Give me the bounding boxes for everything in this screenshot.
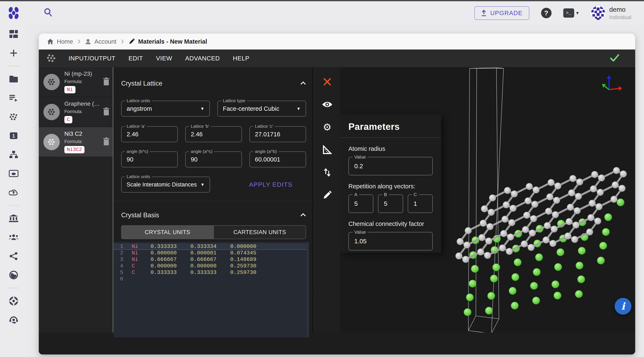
delete-material-button[interactable] [103, 77, 110, 87]
molecule-dots-icon [46, 54, 56, 63]
page-title: Materials - New Material [138, 38, 207, 45]
lattice-b-input[interactable]: Lattice 'b' 2.46 [185, 126, 242, 142]
sidebar-item-support[interactable] [9, 315, 18, 325]
atomic-radius-input[interactable]: Value 0.2 [348, 157, 433, 175]
settings-button[interactable]: ⚙ [321, 121, 334, 133]
repetition-b-input[interactable]: B 5 [378, 194, 403, 213]
wheel-icon [9, 297, 18, 305]
sidebar-item-jobs[interactable] [9, 93, 18, 103]
lattice-type-select[interactable]: Lattice type Face-centered Cubic ▼ [218, 101, 306, 117]
material-info: Ni (mp-23) Formula: Ni [64, 71, 103, 93]
sidebar-item-looks-one[interactable]: 1 [9, 131, 18, 141]
visibility-button[interactable] [321, 98, 334, 111]
save-status-check[interactable] [610, 54, 628, 63]
breadcrumb-account[interactable]: Account [85, 38, 116, 45]
sidebar-item-team[interactable] [9, 232, 18, 242]
sidebar-item-dashboard[interactable] [9, 29, 18, 39]
help-button[interactable]: ? [541, 8, 552, 18]
user-menu[interactable]: demo Individual [591, 6, 632, 20]
sidebar-item-help-center[interactable] [9, 296, 18, 306]
support-agent-icon [9, 316, 18, 324]
sidebar-item-workflows[interactable] [9, 150, 18, 159]
sidebar-item-files[interactable] [9, 74, 18, 84]
edit-structure-button[interactable] [321, 189, 334, 201]
angle-ac-input[interactable]: angle (a^c) 90 [185, 151, 242, 167]
sidebar-item-share[interactable] [9, 251, 18, 261]
swap-axes-button[interactable] [321, 166, 334, 179]
menu-help[interactable]: HELP [233, 55, 250, 62]
lattice-units-select[interactable]: Lattice units angstrom ▼ [121, 101, 210, 117]
dropdown-caret-icon: ▼ [200, 106, 204, 111]
delete-material-button[interactable] [103, 107, 110, 117]
chevron-right-icon [78, 39, 80, 44]
repetition-a-input[interactable]: A 5 [348, 194, 373, 213]
angle-bc-label: angle (b^c) [125, 149, 150, 154]
rail-divider [8, 205, 20, 206]
measure-button[interactable] [321, 143, 334, 156]
sidebar-item-organization[interactable] [9, 214, 18, 223]
angle-ab-input[interactable]: angle (a^b) 60.00001 [250, 151, 306, 167]
sidebar-item-materials[interactable] [9, 112, 18, 122]
carbon-bonds [459, 171, 623, 259]
collapse-lattice-button[interactable] [300, 81, 306, 86]
editor-line: 4C 0.0000000.0000000.259730 [114, 263, 307, 269]
delete-material-button[interactable] [103, 137, 110, 147]
lattice-b-value: 2.46 [191, 131, 202, 138]
top-bar: UPGRADE ? >_ ▼ [0, 1, 644, 25]
brand-logo[interactable] [0, 7, 27, 19]
upload-icon [481, 10, 486, 16]
menu-edit[interactable]: EDIT [128, 55, 143, 62]
info-button[interactable]: i [615, 298, 632, 315]
repetition-c-input[interactable]: C 1 [408, 194, 433, 213]
panel-divider[interactable] [312, 67, 314, 332]
upgrade-button[interactable]: UPGRADE [474, 6, 529, 20]
search-button[interactable] [43, 7, 54, 19]
tab-cartesian-units[interactable]: CARTESIAN UNITS [214, 226, 306, 239]
lattice-c-input[interactable]: Lattice 'c' 27.01716 [250, 126, 306, 142]
eye-icon [322, 101, 333, 108]
repetition-label: Repetition along vectors: [348, 183, 433, 190]
rep-c-label: C [412, 192, 419, 197]
angle-ac-label: angle (a^c) [189, 149, 214, 154]
content-row: Ni (mp-23) Formula: Ni [39, 67, 635, 332]
material-item-selected[interactable]: Ni3 C2 Formula: Ni3C2 [39, 127, 114, 157]
apply-edits-button[interactable]: APPLY EDITS [249, 181, 292, 188]
editor-menubar: INPUT/OUTPUT EDIT VIEW ADVANCED HELP [39, 50, 635, 67]
scale-units-value: Scale Interatomic Distances [126, 181, 197, 188]
menu-advanced[interactable]: ADVANCED [185, 55, 220, 62]
close-viewer-button[interactable] [321, 76, 334, 88]
chevron-right-icon [121, 39, 124, 44]
lattice-a-input[interactable]: Lattice 'a' 2.46 [121, 126, 178, 142]
rep-c-value: 1 [414, 200, 417, 207]
brand-logo-icon [7, 7, 20, 19]
breadcrumb-home[interactable]: Home [47, 38, 73, 45]
structure-viewer-3d[interactable]: Parameters Atomic radius Value 0.2 Repet… [340, 67, 635, 332]
sidebar-item-cloud-upload[interactable] [9, 188, 18, 197]
material-item[interactable]: Ni (mp-23) Formula: Ni [39, 67, 114, 97]
material-formula-label: Formula: [64, 79, 103, 84]
collapse-basis-button[interactable] [300, 213, 306, 217]
rep-a-value: 5 [354, 200, 358, 207]
angle-bc-input[interactable]: angle (b^c) 90 [121, 151, 178, 167]
rep-b-label: B [382, 192, 389, 197]
parameters-divider [340, 137, 441, 138]
scale-units-select[interactable]: Lattice units Scale Interatomic Distance… [121, 177, 210, 193]
share-icon [10, 252, 18, 260]
sidebar-item-public[interactable] [9, 270, 18, 280]
basis-code-editor[interactable]: 1Ni 0.3333330.3333340.000000 2Ni 0.00000… [114, 242, 309, 337]
material-formula-chip: C [64, 116, 72, 123]
person-icon [85, 39, 91, 45]
tab-crystal-units[interactable]: CRYSTAL UNITS [122, 226, 214, 239]
dropdown-caret-icon: ▼ [200, 182, 204, 187]
menu-input-output[interactable]: INPUT/OUTPUT [68, 55, 116, 62]
menu-view[interactable]: VIEW [156, 55, 172, 62]
atomic-radius-value: 0.2 [354, 163, 363, 170]
sidebar-item-media[interactable] [9, 169, 18, 178]
material-item[interactable]: Graphene (… Formula: C [39, 97, 114, 127]
breadcrumb: Home Account Materials - New Material [39, 34, 635, 50]
looks-one-icon: 1 [9, 132, 18, 140]
sidebar-item-add[interactable] [9, 48, 18, 58]
team-icon [9, 234, 18, 241]
terminal-button[interactable]: >_ ▼ [563, 9, 580, 18]
chemical-connectivity-input[interactable]: Value 1.05 [348, 232, 433, 250]
